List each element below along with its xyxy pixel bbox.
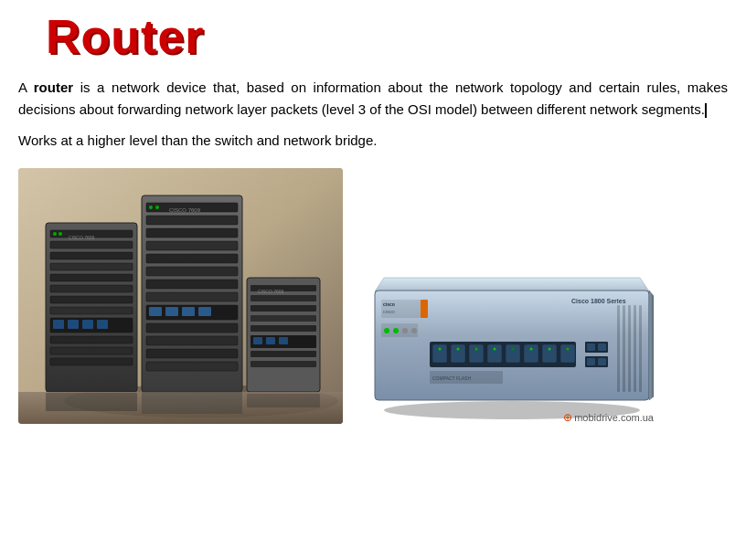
svg-rect-72 bbox=[469, 344, 484, 363]
svg-point-84 bbox=[549, 348, 551, 351]
svg-rect-8 bbox=[50, 285, 133, 292]
svg-rect-35 bbox=[198, 307, 211, 316]
svg-rect-58 bbox=[142, 391, 242, 414]
watermark-icon: ⊕ bbox=[563, 411, 572, 424]
svg-rect-75 bbox=[524, 344, 538, 363]
svg-rect-101 bbox=[628, 305, 631, 392]
router-left-svg: CISCO 7609 bbox=[18, 168, 343, 424]
svg-rect-12 bbox=[53, 320, 64, 329]
svg-rect-91 bbox=[598, 358, 606, 365]
svg-rect-46 bbox=[250, 305, 316, 312]
svg-point-42 bbox=[155, 206, 159, 209]
svg-rect-24 bbox=[146, 216, 238, 225]
description-paragraph-1: A router is a network device that, based… bbox=[18, 77, 728, 121]
svg-rect-33 bbox=[165, 307, 178, 316]
svg-rect-25 bbox=[146, 228, 238, 238]
svg-rect-88 bbox=[598, 343, 606, 351]
svg-rect-7 bbox=[50, 274, 133, 281]
svg-point-82 bbox=[512, 348, 515, 351]
svg-rect-30 bbox=[146, 292, 238, 301]
svg-point-85 bbox=[567, 348, 570, 351]
svg-text:CISCO 7609: CISCO 7609 bbox=[258, 289, 284, 294]
svg-rect-26 bbox=[146, 241, 238, 250]
router-image-right: cisco CISCO Cisco 1800 Series bbox=[370, 250, 654, 424]
text-cursor bbox=[705, 103, 707, 118]
svg-rect-15 bbox=[97, 320, 108, 329]
svg-rect-14 bbox=[82, 320, 93, 329]
svg-point-97 bbox=[402, 328, 408, 333]
router-image-left: CISCO 7609 bbox=[18, 168, 343, 424]
svg-rect-27 bbox=[146, 254, 238, 263]
description-post-bold: is a network device that, based on infor… bbox=[18, 79, 728, 117]
svg-point-78 bbox=[439, 348, 442, 351]
svg-rect-74 bbox=[506, 344, 520, 363]
svg-point-83 bbox=[530, 348, 533, 351]
svg-text:cisco: cisco bbox=[383, 301, 395, 307]
description-paragraph-2: Works at a higher level than the switch … bbox=[18, 130, 728, 152]
svg-rect-38 bbox=[146, 349, 238, 358]
svg-rect-6 bbox=[50, 263, 133, 270]
svg-rect-5 bbox=[50, 252, 133, 259]
svg-rect-17 bbox=[50, 347, 133, 354]
svg-rect-57 bbox=[46, 393, 137, 411]
svg-text:CISCO 7609: CISCO 7609 bbox=[169, 207, 201, 213]
svg-rect-59 bbox=[247, 394, 320, 407]
svg-rect-50 bbox=[253, 337, 262, 344]
svg-rect-87 bbox=[587, 343, 595, 351]
svg-rect-102 bbox=[634, 305, 636, 392]
page-container: Router A router is a network device that… bbox=[0, 0, 746, 560]
svg-rect-52 bbox=[279, 337, 288, 344]
svg-rect-28 bbox=[146, 267, 238, 276]
svg-rect-73 bbox=[487, 344, 502, 363]
svg-rect-71 bbox=[451, 344, 465, 363]
svg-point-80 bbox=[475, 348, 478, 351]
svg-rect-29 bbox=[146, 280, 238, 289]
svg-text:CISCO: CISCO bbox=[383, 310, 395, 314]
svg-rect-103 bbox=[639, 305, 642, 392]
watermark-text: mobidrive.com.ua bbox=[574, 412, 654, 423]
svg-rect-53 bbox=[250, 351, 316, 357]
svg-marker-63 bbox=[649, 291, 654, 400]
svg-rect-45 bbox=[250, 295, 316, 301]
svg-rect-32 bbox=[149, 307, 162, 316]
router-right-svg: cisco CISCO Cisco 1800 Series bbox=[370, 250, 654, 424]
svg-rect-13 bbox=[68, 320, 79, 329]
svg-rect-100 bbox=[623, 305, 625, 392]
svg-rect-54 bbox=[250, 361, 316, 367]
svg-point-79 bbox=[457, 348, 460, 351]
page-title: Router bbox=[18, 9, 728, 64]
svg-rect-10 bbox=[50, 307, 133, 314]
svg-rect-76 bbox=[542, 344, 557, 363]
svg-rect-16 bbox=[50, 336, 133, 343]
svg-rect-39 bbox=[146, 362, 238, 371]
svg-point-95 bbox=[384, 328, 389, 333]
description-bold-word: router bbox=[34, 79, 73, 95]
svg-rect-47 bbox=[250, 315, 316, 322]
svg-point-98 bbox=[411, 328, 417, 333]
svg-text:Cisco 1800 Series: Cisco 1800 Series bbox=[571, 298, 626, 304]
svg-rect-37 bbox=[146, 336, 238, 345]
svg-point-41 bbox=[149, 206, 153, 209]
svg-rect-90 bbox=[587, 358, 595, 365]
svg-rect-9 bbox=[50, 296, 133, 303]
svg-rect-4 bbox=[50, 241, 133, 248]
images-row: CISCO 7609 bbox=[18, 168, 728, 424]
svg-rect-36 bbox=[146, 323, 238, 333]
svg-rect-18 bbox=[50, 358, 133, 365]
svg-text:COMPACT FLASH: COMPACT FLASH bbox=[432, 375, 471, 381]
svg-point-21 bbox=[59, 232, 62, 236]
svg-rect-70 bbox=[432, 344, 447, 363]
svg-rect-77 bbox=[560, 344, 575, 363]
svg-rect-43 bbox=[247, 278, 320, 392]
svg-rect-99 bbox=[617, 305, 620, 392]
svg-marker-61 bbox=[375, 278, 649, 291]
svg-text:CISCO 7609: CISCO 7609 bbox=[69, 235, 95, 240]
svg-rect-34 bbox=[182, 307, 195, 316]
svg-point-96 bbox=[393, 328, 399, 333]
watermark: ⊕ mobidrive.com.ua bbox=[563, 411, 654, 424]
svg-point-20 bbox=[53, 232, 57, 236]
svg-rect-68 bbox=[421, 300, 428, 318]
svg-rect-48 bbox=[250, 325, 316, 332]
description-pre-bold: A bbox=[18, 79, 34, 95]
svg-point-81 bbox=[494, 348, 496, 351]
